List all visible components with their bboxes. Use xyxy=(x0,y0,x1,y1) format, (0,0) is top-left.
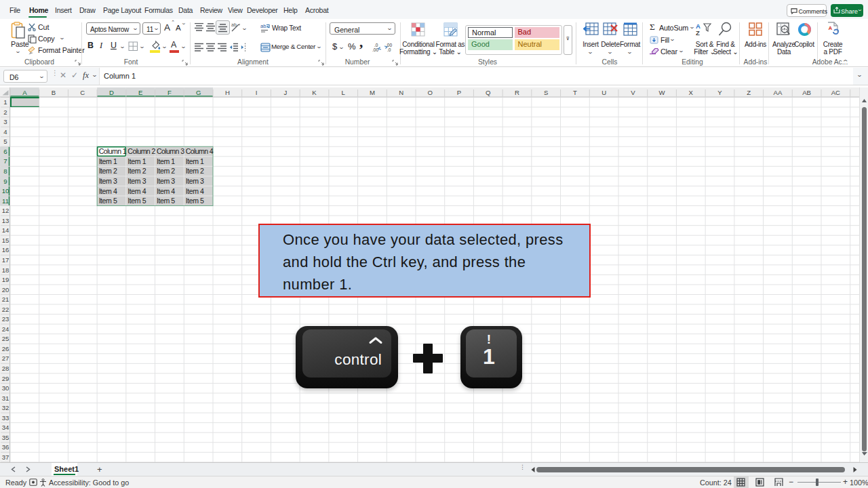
svg-text:E: E xyxy=(138,89,142,96)
svg-text:27: 27 xyxy=(2,354,9,362)
svg-text:20: 20 xyxy=(2,286,9,293)
svg-text:W: W xyxy=(659,89,666,96)
svg-text:F: F xyxy=(167,89,172,96)
svg-text:G: G xyxy=(196,89,201,96)
svg-text:.0: .0 xyxy=(387,47,391,52)
svg-text:32: 32 xyxy=(2,404,9,411)
svg-text:H: H xyxy=(225,89,230,96)
svg-text:Column 1: Column 1 xyxy=(99,147,127,155)
svg-text:37: 37 xyxy=(2,453,9,461)
svg-text:18: 18 xyxy=(2,266,9,274)
svg-text:Column 4: Column 4 xyxy=(186,147,214,155)
svg-text:35: 35 xyxy=(2,434,9,441)
svg-text:C: C xyxy=(80,89,85,96)
svg-text:17: 17 xyxy=(2,256,9,264)
svg-text:O: O xyxy=(428,89,433,96)
svg-text:Item 4: Item 4 xyxy=(99,187,117,195)
svg-text:Item 2: Item 2 xyxy=(99,167,117,175)
svg-text:28: 28 xyxy=(2,365,9,372)
svg-text:Item 1: Item 1 xyxy=(127,157,146,165)
svg-text:15: 15 xyxy=(2,237,9,244)
svg-text:4: 4 xyxy=(3,128,7,136)
svg-text:Item 1: Item 1 xyxy=(186,157,204,165)
svg-text:D: D xyxy=(109,89,114,96)
svg-text:M: M xyxy=(370,89,375,96)
svg-text:I: I xyxy=(256,89,258,96)
svg-text:Item 5: Item 5 xyxy=(99,197,117,205)
svg-text:30: 30 xyxy=(2,384,9,392)
svg-text:AB: AB xyxy=(802,89,811,96)
svg-text:34: 34 xyxy=(2,424,9,431)
svg-text:13: 13 xyxy=(2,217,9,224)
svg-text:X: X xyxy=(689,89,694,96)
svg-text:A: A xyxy=(829,25,833,31)
svg-text:6: 6 xyxy=(3,148,7,155)
svg-text:T: T xyxy=(573,89,577,96)
svg-text:Column 3: Column 3 xyxy=(157,147,184,155)
svg-text:.00: .00 xyxy=(372,47,378,52)
svg-text:Item 3: Item 3 xyxy=(186,177,204,185)
svg-text:A: A xyxy=(696,22,701,30)
svg-text:16: 16 xyxy=(2,246,9,253)
svg-text:Item 4: Item 4 xyxy=(186,187,204,195)
svg-text:ab: ab xyxy=(231,22,237,27)
svg-text:25: 25 xyxy=(2,335,9,342)
svg-text:2: 2 xyxy=(3,108,7,116)
svg-text:L: L xyxy=(342,89,346,96)
svg-text:Item 1: Item 1 xyxy=(99,157,117,165)
svg-text:N: N xyxy=(399,89,403,96)
svg-text:P: P xyxy=(457,89,461,96)
svg-text:23: 23 xyxy=(2,315,9,323)
svg-text:Item 2: Item 2 xyxy=(186,167,204,175)
svg-text:Item 3: Item 3 xyxy=(127,177,146,185)
svg-text:14: 14 xyxy=(2,226,9,234)
svg-text:11: 11 xyxy=(2,197,9,205)
svg-text:A: A xyxy=(22,89,27,96)
svg-text:Z: Z xyxy=(696,29,700,37)
svg-text:22: 22 xyxy=(2,306,9,313)
svg-text:Item 2: Item 2 xyxy=(157,167,175,175)
svg-text:9: 9 xyxy=(3,178,7,185)
svg-text:Item 3: Item 3 xyxy=(99,177,117,185)
svg-text:24: 24 xyxy=(2,325,9,333)
svg-text:B: B xyxy=(52,89,56,96)
svg-text:Item 5: Item 5 xyxy=(157,197,175,205)
svg-text:Item 5: Item 5 xyxy=(186,197,204,205)
svg-text:AC: AC xyxy=(831,89,840,96)
svg-text:8: 8 xyxy=(3,167,7,175)
svg-text:Item 3: Item 3 xyxy=(157,177,175,185)
svg-text:Y: Y xyxy=(717,89,722,96)
svg-text:Z: Z xyxy=(747,89,751,96)
svg-text:S: S xyxy=(544,89,548,96)
svg-text:19: 19 xyxy=(2,276,9,283)
svg-text:33: 33 xyxy=(2,414,9,422)
svg-text:Column 2: Column 2 xyxy=(127,147,155,155)
svg-text:3: 3 xyxy=(3,118,7,125)
svg-text:21: 21 xyxy=(2,296,9,303)
svg-text:Item 4: Item 4 xyxy=(157,187,175,195)
svg-text:5: 5 xyxy=(3,138,7,145)
svg-text:36: 36 xyxy=(2,443,9,451)
svg-text:Q: Q xyxy=(486,89,490,96)
svg-text:Item 5: Item 5 xyxy=(127,197,146,205)
svg-text:U: U xyxy=(601,89,606,96)
svg-text:1: 1 xyxy=(3,98,7,106)
svg-text:V: V xyxy=(631,89,635,96)
svg-text:AA: AA xyxy=(774,89,783,96)
svg-text:J: J xyxy=(283,89,287,96)
svg-text:K: K xyxy=(312,89,317,96)
svg-text:Item 2: Item 2 xyxy=(127,167,146,175)
svg-text:Item 1: Item 1 xyxy=(157,157,175,165)
svg-text:ab: ab xyxy=(260,23,266,29)
svg-text:7: 7 xyxy=(3,157,7,165)
svg-text:26: 26 xyxy=(2,345,9,352)
svg-text:29: 29 xyxy=(2,375,9,382)
svg-text:R: R xyxy=(515,89,519,96)
svg-text:31: 31 xyxy=(2,394,9,402)
svg-text:Item 4: Item 4 xyxy=(127,187,146,195)
svg-text:10: 10 xyxy=(2,187,9,195)
svg-text:12: 12 xyxy=(2,207,9,214)
